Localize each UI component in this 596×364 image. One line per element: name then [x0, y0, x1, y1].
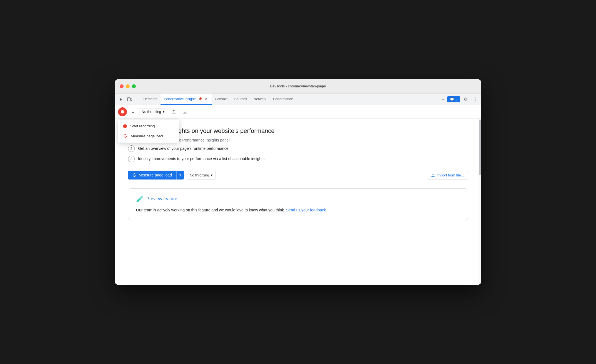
maximize-button[interactable] [132, 84, 136, 88]
record-dropdown-button[interactable]: ▲ [129, 108, 137, 116]
step-text: Get an overview of your page's runtime p… [138, 145, 229, 151]
main-throttle-selector[interactable]: No throttling ▾ [187, 171, 216, 180]
throttle-label: No throttling [142, 110, 161, 114]
main-content: Get actionable insights on your website'… [115, 118, 481, 285]
tab-close-icon[interactable]: ✕ [204, 97, 208, 101]
measure-icon [123, 134, 127, 138]
tab-console[interactable]: Console [212, 93, 231, 105]
window-controls [120, 84, 136, 88]
pin-icon: 📌 [198, 97, 202, 101]
step-item: 3 Identify improvements to your performa… [128, 155, 468, 162]
preview-title: Preview feature [146, 196, 177, 201]
record-button[interactable] [118, 107, 127, 116]
minimize-button[interactable] [126, 84, 130, 88]
close-button[interactable] [120, 84, 124, 88]
import-from-file-button[interactable]: Import from file... [427, 171, 468, 180]
tab-performance-insights[interactable]: Performance insights 📌 ✕ [161, 93, 211, 105]
window-title: DevTools - chrome://new-tab-page/ [270, 84, 326, 88]
tab-sources[interactable]: Sources [231, 93, 250, 105]
tabbar-tools [117, 93, 139, 105]
throttle-selector[interactable]: No throttling ▾ [139, 108, 167, 115]
kebab-menu-button[interactable]: ⋮ [471, 95, 479, 103]
steps-list: 2 Get an overview of your page's runtime… [128, 145, 468, 162]
flask-icon: 🧪 [136, 195, 144, 203]
svg-rect-1 [131, 98, 132, 100]
start-recording-item[interactable]: Start recording [118, 121, 179, 131]
throttle-dropdown-chevron-icon: ▾ [211, 173, 213, 177]
svg-rect-0 [127, 98, 130, 101]
step-number: 2 [128, 145, 135, 152]
record-dot-icon [121, 110, 124, 113]
tabbar-right: » 💬 3 ⚙ ⋮ [438, 93, 481, 105]
gear-icon: ⚙ [464, 97, 468, 102]
devtools-window: DevTools - chrome://new-tab-page/ Elemen… [115, 79, 481, 285]
cursor-icon[interactable] [117, 95, 125, 103]
tab-elements[interactable]: Elements [139, 93, 161, 105]
download-button[interactable] [181, 107, 189, 116]
record-dot-icon [123, 124, 127, 128]
scrollbar-thumb[interactable] [479, 120, 481, 175]
more-tabs-button[interactable]: » [440, 96, 445, 102]
tabbar: Elements Performance insights 📌 ✕ Consol… [115, 93, 481, 105]
measure-page-load-item[interactable]: Measure page load [118, 131, 179, 141]
step-item: 2 Get an overview of your page's runtime… [128, 145, 468, 152]
action-row: Measure page load ▾ No throttling ▾ Impo… [128, 171, 468, 180]
step-number: 3 [128, 156, 135, 162]
refresh-icon [132, 173, 136, 177]
step-text: Identify improvements to your performanc… [138, 155, 264, 162]
preview-text: Our team is actively working on this fea… [136, 207, 460, 213]
measure-button-group: Measure page load ▾ [128, 171, 184, 180]
measure-page-load-button[interactable]: Measure page load [128, 171, 176, 180]
kebab-icon: ⋮ [473, 97, 477, 102]
preview-feature-card: 🧪 Preview feature Our team is actively w… [128, 188, 468, 220]
upload-button[interactable] [169, 107, 178, 116]
tab-network[interactable]: Network [250, 93, 270, 105]
settings-button[interactable]: ⚙ [462, 95, 470, 103]
measure-dropdown-button[interactable]: ▾ [176, 171, 184, 180]
feedback-button[interactable]: 💬 3 [447, 96, 460, 102]
panel-toolbar: ▲ No throttling ▾ Start recording [115, 105, 481, 118]
chat-icon: 💬 [450, 97, 454, 101]
tabs-container: Elements Performance insights 📌 ✕ Consol… [139, 93, 438, 105]
device-icon[interactable] [126, 95, 134, 103]
preview-header: 🧪 Preview feature [136, 195, 460, 203]
throttle-chevron-icon: ▾ [163, 110, 165, 114]
scrollbar[interactable] [479, 118, 481, 285]
feedback-link[interactable]: Send us your feedback. [286, 208, 327, 212]
main-throttle-label: No throttling [190, 173, 209, 177]
recording-dropdown-menu: Start recording Measure page load [118, 120, 179, 143]
tab-performance[interactable]: Performance [270, 93, 296, 105]
titlebar: DevTools - chrome://new-tab-page/ [115, 79, 481, 93]
